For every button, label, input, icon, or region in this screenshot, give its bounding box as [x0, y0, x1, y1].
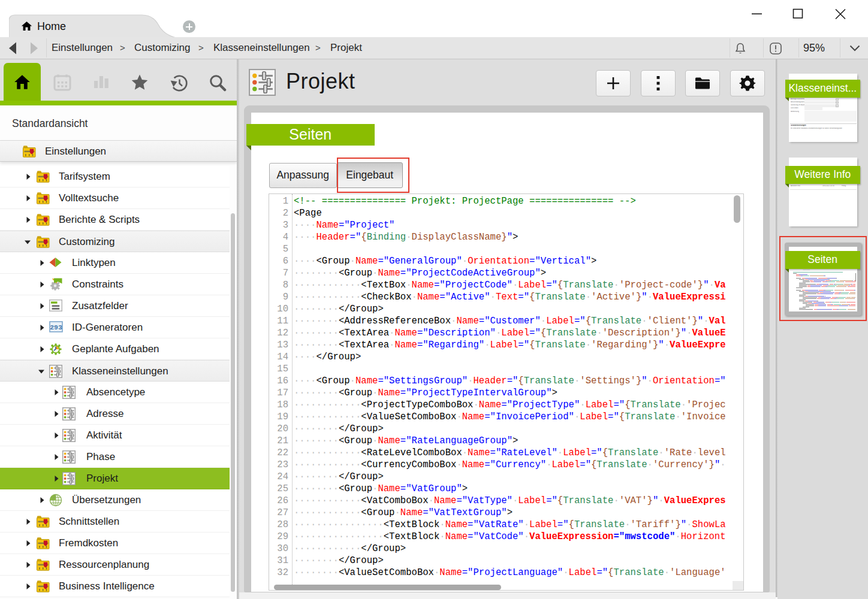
svg-text:293: 293 — [50, 323, 62, 331]
